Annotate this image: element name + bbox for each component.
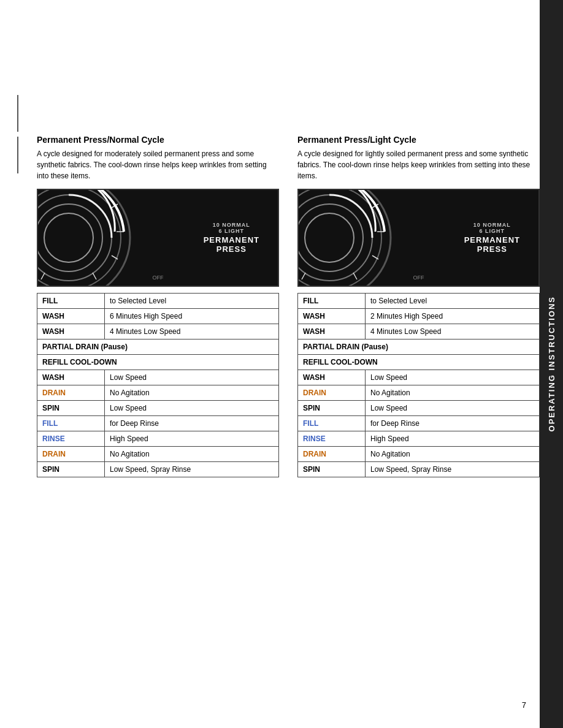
step-value: to Selected Level xyxy=(366,294,540,309)
page-number: 7 xyxy=(522,700,526,710)
step-label: FILL xyxy=(298,416,366,431)
step-value: 2 Minutes High Speed xyxy=(366,309,540,324)
table-row: PARTIAL DRAIN (Pause) xyxy=(37,339,279,355)
margin-line-1 xyxy=(17,95,18,132)
step-full: REFILL COOL-DOWN xyxy=(37,355,279,370)
right-dial-main: PERMANENTPRESS xyxy=(464,235,520,254)
margin-lines xyxy=(17,95,18,173)
left-column: Permanent Press/Normal Cycle A cycle des… xyxy=(37,135,279,477)
step-label: SPIN xyxy=(37,462,105,477)
step-value: No Agitation xyxy=(366,447,540,462)
step-label: FILL xyxy=(298,294,366,309)
step-value: Low Speed xyxy=(105,370,279,385)
step-value: for Deep Rinse xyxy=(105,416,279,431)
step-value: for Deep Rinse xyxy=(366,416,540,431)
step-label: DRAIN xyxy=(298,385,366,401)
svg-point-3 xyxy=(37,204,102,271)
step-label: WASH xyxy=(298,370,366,385)
step-label: FILL xyxy=(37,294,105,309)
svg-point-0 xyxy=(37,189,130,287)
table-row: WASH 4 Minutes Low Speed xyxy=(37,324,279,339)
step-label: SPIN xyxy=(298,401,366,416)
right-dial-graphic xyxy=(297,189,397,287)
step-label: DRAIN xyxy=(37,447,105,462)
step-label: FILL xyxy=(37,416,105,431)
step-value: High Speed xyxy=(366,431,540,447)
right-dial-off: OFF xyxy=(413,275,424,281)
step-label: WASH xyxy=(37,370,105,385)
left-steps-table: FILL to Selected Level WASH 6 Minutes Hi… xyxy=(37,293,279,477)
step-label: SPIN xyxy=(37,401,105,416)
step-value: to Selected Level xyxy=(105,294,279,309)
sidebar: OPERATING INSTRUCTIONS xyxy=(540,0,563,728)
svg-line-23 xyxy=(353,189,357,190)
table-row: FILL to Selected Level xyxy=(37,294,279,309)
left-dial-label: 10 NORMAL6 LIGHT PERMANENTPRESS xyxy=(204,222,259,254)
step-value: 4 Minutes Low Speed xyxy=(105,324,279,339)
table-row: FILL to Selected Level xyxy=(298,294,540,309)
svg-line-27 xyxy=(353,273,357,279)
table-row: WASH 4 Minutes Low Speed xyxy=(298,324,540,339)
right-dial-label: 10 NORMAL6 LIGHT PERMANENTPRESS xyxy=(464,222,520,254)
columns-container: Permanent Press/Normal Cycle A cycle des… xyxy=(37,135,540,477)
left-dial-graphic xyxy=(37,189,136,287)
step-full: PARTIAL DRAIN (Pause) xyxy=(37,339,279,355)
step-value: No Agitation xyxy=(366,385,540,401)
table-row: FILL for Deep Rinse xyxy=(298,416,540,431)
table-row: REFILL COOL-DOWN xyxy=(298,355,540,370)
right-steps-table: FILL to Selected Level WASH 2 Minutes Hi… xyxy=(297,293,540,477)
svg-line-12 xyxy=(41,273,45,279)
table-row: SPIN Low Speed, Spray Rinse xyxy=(37,462,279,477)
step-value: Low Speed, Spray Rinse xyxy=(366,462,540,477)
table-row: WASH Low Speed xyxy=(37,370,279,385)
step-label: RINSE xyxy=(298,431,366,447)
step-value: No Agitation xyxy=(105,385,279,401)
step-label: WASH xyxy=(37,324,105,339)
table-row: WASH 2 Minutes High Speed xyxy=(298,309,540,324)
main-content: Permanent Press/Normal Cycle A cycle des… xyxy=(37,135,540,477)
left-dial-main: PERMANENTPRESS xyxy=(204,235,259,254)
table-row: WASH 6 Minutes High Speed xyxy=(37,309,279,324)
step-value: Low Speed, Spray Rinse xyxy=(105,462,279,477)
table-row: WASH Low Speed xyxy=(298,370,540,385)
svg-point-20 xyxy=(297,204,363,271)
right-section-title: Permanent Press/Light Cycle xyxy=(297,135,540,145)
step-value: Low Speed xyxy=(105,401,279,416)
right-column: Permanent Press/Light Cycle A cycle desi… xyxy=(297,135,540,477)
step-value: 4 Minutes Low Speed xyxy=(366,324,540,339)
left-dial: 10 NORMAL6 LIGHT PERMANENTPRESS OFF xyxy=(37,189,279,287)
right-dial: 10 NORMAL6 LIGHT PERMANENTPRESS OFF xyxy=(297,189,540,287)
table-row: SPIN Low Speed xyxy=(298,401,540,416)
table-row: SPIN Low Speed xyxy=(37,401,279,416)
left-dial-top: 10 NORMAL6 LIGHT xyxy=(204,222,259,234)
step-label: WASH xyxy=(37,309,105,324)
table-row: RINSE High Speed xyxy=(37,431,279,447)
svg-line-10 xyxy=(93,273,96,279)
step-label: SPIN xyxy=(298,462,366,477)
step-label: RINSE xyxy=(37,431,105,447)
table-row: DRAIN No Agitation xyxy=(37,385,279,401)
step-label: WASH xyxy=(298,309,366,324)
table-row: PARTIAL DRAIN (Pause) xyxy=(298,339,540,355)
svg-line-6 xyxy=(93,189,96,190)
svg-point-17 xyxy=(297,189,391,287)
sidebar-label: OPERATING INSTRUCTIONS xyxy=(547,296,556,431)
table-row: DRAIN No Agitation xyxy=(298,447,540,462)
step-value: No Agitation xyxy=(105,447,279,462)
svg-line-29 xyxy=(302,273,305,279)
table-row: SPIN Low Speed, Spray Rinse xyxy=(298,462,540,477)
svg-point-21 xyxy=(305,213,354,262)
svg-line-16 xyxy=(41,189,45,190)
right-section-desc: A cycle designed for lightly soiled perm… xyxy=(297,148,540,181)
margin-line-2 xyxy=(17,137,18,173)
step-value: Low Speed xyxy=(366,370,540,385)
step-label: WASH xyxy=(298,324,366,339)
step-label: DRAIN xyxy=(298,447,366,462)
left-section-title: Permanent Press/Normal Cycle xyxy=(37,135,279,145)
step-full: PARTIAL DRAIN (Pause) xyxy=(298,339,540,355)
table-row: DRAIN No Agitation xyxy=(37,447,279,462)
svg-line-33 xyxy=(302,189,305,190)
table-row: DRAIN No Agitation xyxy=(298,385,540,401)
svg-point-4 xyxy=(44,213,93,262)
step-value: 6 Minutes High Speed xyxy=(105,309,279,324)
